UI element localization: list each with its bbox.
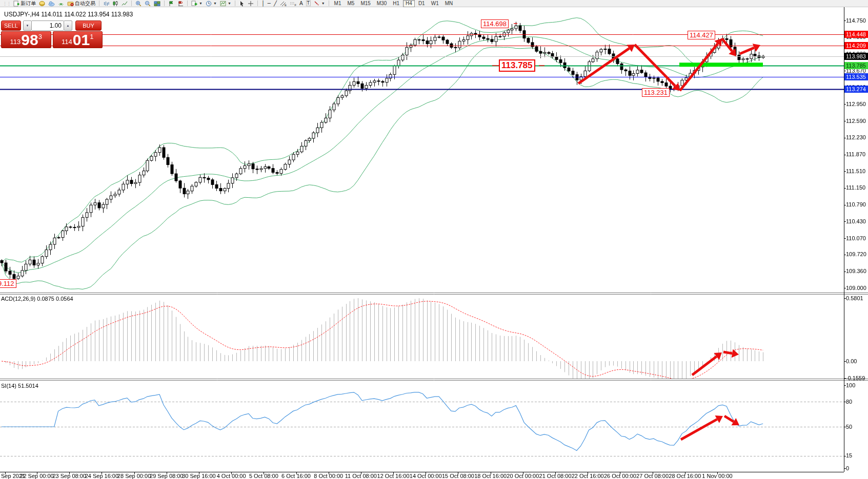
zoom-in-button[interactable]: [134, 0, 143, 7]
down-triangle-icon: ▼: [26, 24, 29, 27]
auto-scroll-icon: [168, 1, 174, 7]
price-axis-tick: 112.950: [846, 101, 866, 107]
time-axis-label: 6 Oct 16:00: [281, 473, 311, 479]
rsi-axis-tick: 50: [846, 424, 852, 430]
buy-button[interactable]: BUY: [75, 20, 102, 31]
text-button[interactable]: A: [298, 0, 304, 7]
timeframe-button-m30[interactable]: M30: [374, 0, 389, 7]
timeframe-button-w1[interactable]: W1: [429, 0, 441, 7]
price-callout: 114.698: [481, 19, 509, 28]
time-axis-label: 4 Oct 00:00: [217, 473, 246, 479]
price-badge: 113.535: [844, 73, 868, 80]
zoom-out-icon: [145, 1, 151, 7]
time-axis-label: 26 Oct 00:00: [604, 473, 636, 479]
time-axis-label: 8 Oct 00:00: [314, 473, 343, 479]
volume-decrease-button[interactable]: ▼: [23, 20, 32, 31]
label-button[interactable]: T: [305, 0, 312, 7]
chart-shift-button[interactable]: [176, 0, 185, 7]
zoom-out-button[interactable]: [144, 0, 152, 7]
price-callout: 114.427: [688, 31, 715, 39]
templates-button[interactable]: ▼: [219, 0, 232, 7]
price-badge: 113.983: [844, 53, 868, 60]
tile-windows-button[interactable]: [153, 0, 162, 7]
price-axis-tick: 109.360: [846, 268, 866, 274]
fibo-button[interactable]: F: [289, 0, 297, 7]
price-badge: 114.209: [844, 42, 868, 49]
cursor-button[interactable]: [238, 0, 246, 7]
one-click-trading-panel: SELL ▼ ▲ BUY 113983 114011: [1, 20, 103, 48]
price-axis-tick: 111.150: [846, 184, 865, 191]
horizontal-line-icon: ─: [268, 1, 271, 7]
toolbar-grip: ⋮⋮: [3, 1, 11, 6]
new-order-button[interactable]: 新订单: [12, 0, 37, 7]
chart-bars-button[interactable]: [102, 0, 110, 7]
toolbar-separator: [187, 1, 188, 6]
trendline-button[interactable]: ╱: [273, 0, 278, 7]
periods-button[interactable]: ▼: [205, 0, 218, 7]
timeframe-button-mn[interactable]: MN: [442, 0, 456, 7]
timeframe-button-d1[interactable]: D1: [416, 0, 428, 7]
crosshair-button[interactable]: [247, 0, 255, 7]
signal-button[interactable]: [57, 0, 65, 7]
indicators-add-icon: [191, 1, 197, 7]
timeframe-button-h4[interactable]: H4: [403, 0, 415, 7]
text-label-icon: T: [306, 1, 311, 6]
ask-quote-button[interactable]: 114011: [53, 31, 103, 48]
bar-chart-icon: [103, 1, 109, 7]
crosshair-icon: [248, 1, 254, 7]
rsi-axis-tick: 15: [846, 452, 852, 459]
chart-candles-button[interactable]: [111, 0, 119, 7]
cursor-icon: [239, 1, 245, 7]
horizontal-line-button[interactable]: ─: [267, 0, 272, 7]
macd-indicator-label: ACD(12,26,9) 0.0875 0.0564: [1, 296, 73, 302]
caret-down-icon: ▼: [199, 2, 203, 5]
toolbar-separator: [99, 1, 99, 6]
price-axis-tick: 111.510: [846, 168, 865, 174]
auto-scroll-button[interactable]: [167, 0, 175, 7]
bid-quote-button[interactable]: 113983: [1, 31, 51, 48]
vertical-line-button[interactable]: │: [260, 0, 266, 7]
time-axis-label: 21 Oct 08:00: [539, 473, 572, 479]
arrows-tool-icon: [314, 1, 320, 7]
time-axis-label: 28 Sep 00:00: [117, 473, 151, 479]
auto-trading-button[interactable]: 自动交易: [66, 0, 96, 7]
channel-button[interactable]: E: [279, 0, 288, 7]
market-watch-button[interactable]: [38, 0, 46, 7]
toolbar-separator: [235, 1, 235, 6]
price-callout: 113.785: [499, 59, 535, 72]
macd-axis-tick: 0.00: [846, 358, 857, 364]
time-axis-label: 23 Sep 08:00: [52, 473, 86, 479]
svg-text:E: E: [285, 4, 287, 7]
price-callout: 9.112: [0, 279, 16, 288]
time-axis-label: 11 Oct 08:00: [345, 473, 377, 479]
toolbar-separator: [329, 1, 329, 6]
arrows-button[interactable]: ▼: [313, 0, 326, 7]
timeframe-button-m5[interactable]: M5: [345, 0, 357, 7]
time-axis-label: 27 Oct 08:00: [636, 473, 669, 479]
timeframe-button-h1[interactable]: H1: [390, 0, 402, 7]
new-order-icon: [13, 1, 19, 7]
sell-button[interactable]: SELL: [1, 20, 21, 31]
chart-line-button[interactable]: [120, 0, 129, 7]
ask-prefix: 114: [62, 38, 72, 46]
caret-down-icon: ▼: [321, 2, 325, 5]
volume-input[interactable]: [32, 20, 64, 31]
cloud-icon: [48, 1, 55, 7]
up-triangle-icon: ▲: [67, 24, 70, 27]
toolbar-separator: [164, 1, 165, 6]
cloud-button[interactable]: [47, 0, 56, 7]
auto-trading-label: 自动交易: [75, 0, 95, 7]
vertical-line-icon: │: [261, 1, 265, 7]
price-axis-tick: 110.070: [846, 235, 866, 241]
line-chart-icon: [122, 1, 128, 7]
price-axis-tick: 110.430: [846, 218, 866, 224]
fibo-retracement-icon: F: [290, 1, 296, 7]
labels-layer: ACD(12,26,9) 0.0875 0.0564 SI(14) 51.501…: [0, 0, 868, 479]
volume-increase-button[interactable]: ▲: [64, 20, 72, 31]
signal-icon: [58, 1, 64, 7]
timeframe-button-m15[interactable]: M15: [358, 0, 373, 7]
new-order-label: 新订单: [21, 0, 36, 7]
indicators-button[interactable]: ▼: [190, 0, 204, 7]
caret-down-icon: ▼: [228, 2, 231, 5]
timeframe-button-m1[interactable]: M1: [332, 0, 344, 7]
